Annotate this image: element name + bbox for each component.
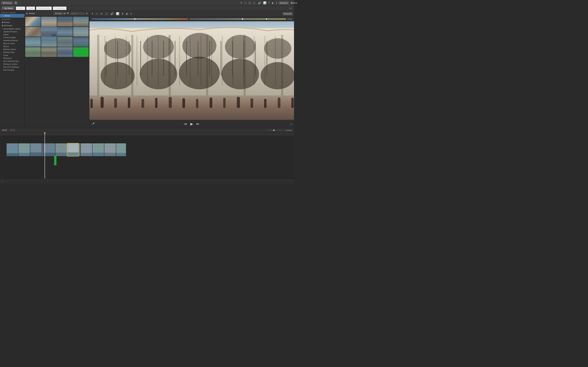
sat-slider[interactable] [189,19,286,19]
audio-icon[interactable]: 🔊 [258,1,261,5]
sidebar-item-dont-stop-me-now[interactable]: Don't Stop Me Now [0,60,25,63]
info-button[interactable]: ℹ [130,12,132,16]
effects-button[interactable]: ⬡ [95,12,99,16]
thumbnail-4[interactable] [73,17,89,26]
svg-rect-18 [89,96,294,120]
color-reset-button[interactable]: Reset [287,18,292,20]
timeline-clip-2[interactable] [18,143,30,156]
zoom-slider[interactable] [269,130,282,130]
timeline-clip-10[interactable] [116,143,126,156]
info-icon[interactable]: ℹ [276,1,277,5]
timeline-clip-6-selected[interactable] [67,143,79,156]
search-input[interactable] [70,12,85,15]
reset-all-button-right[interactable]: Reset All [283,12,293,15]
sidebar-item-fete-forraine[interactable]: Fête Forraine [0,68,25,71]
thumbnail-14[interactable] [41,47,57,57]
sidebar-item-all-events[interactable]: All Events [0,24,25,27]
grid-view-icon[interactable]: ⊞ [26,12,28,15]
sidebar-item-birthday-party[interactable]: Birthday Party [0,51,25,54]
sidebar-item-a-kind-of-magic[interactable]: A Kind of Magic [0,36,25,39]
zoom-plus[interactable]: + [283,129,284,131]
thumbnail-15[interactable] [57,47,73,57]
crop-button[interactable]: ⊡ [100,12,103,16]
mic-button[interactable]: 🎤 [91,122,95,125]
timeline-clip-4[interactable] [44,143,55,156]
sidebar-item-a-bear[interactable]: A Bear [0,33,25,36]
svg-rect-24 [141,99,144,108]
stabilize-button[interactable]: ⊕ [121,12,124,16]
thumbnail-1[interactable] [25,17,41,26]
sidebar-item-bicycle[interactable]: Bicycle [0,45,25,48]
thumbnail-2[interactable] [41,17,57,26]
thumbnail-8[interactable] [73,27,89,37]
timeline-transition-1[interactable]: ⋯ [42,143,43,156]
fullscreen-button[interactable]: ⤢ [290,123,292,125]
timeline-clip-1[interactable] [7,143,18,156]
thumbnail-13[interactable] [25,47,41,57]
camera-button[interactable]: 🎥 [104,12,109,16]
tab-backgrounds[interactable]: Backgrounds [36,6,52,10]
skip-forward-button[interactable]: ⏭ [196,122,199,126]
noise-button[interactable]: ◐ [125,12,129,16]
thumbnail-3[interactable] [57,17,73,26]
sidebar-item-photos[interactable]: Photos [0,21,25,24]
volume-button[interactable]: 🔊 [110,12,114,16]
clip-display-button[interactable]: ⊞ [14,1,17,4]
project-media-header: PROJECT MEDIA [0,11,25,14]
chart-icon[interactable]: 📊 [263,1,267,5]
skip-back-button[interactable]: ⏮ [184,122,187,126]
enhance-button[interactable]: ✦ [91,12,94,16]
clips-filter-select[interactable]: All Clips Favorites Rejected [54,12,66,15]
thumbnail-11[interactable] [57,37,73,47]
projects-button[interactable]: ◀ Projects [1,1,13,4]
browser-settings-icon[interactable]: ⚙ [86,12,88,15]
download-button[interactable]: ↓ [19,1,21,5]
timeline-content[interactable]: ⋯ ⋯ [0,133,294,179]
slider-group-sat [189,19,286,19]
sidebar-item-venice[interactable]: ▤ Venice [0,14,25,17]
camera-icon[interactable]: 🎥 [252,1,256,5]
thumbnail-5[interactable] [25,27,41,37]
timeline-clip-3[interactable] [30,143,42,156]
color-button[interactable]: 📊 [115,12,120,16]
thumbnail-10[interactable] [41,37,57,47]
tab-transitions[interactable]: Transitions [53,6,67,10]
thumbnail-9[interactable] [25,37,41,47]
help-icon[interactable]: ? [268,1,270,5]
timeline-clip-5[interactable] [55,143,67,156]
scissors-tool[interactable]: ✂ [289,7,292,10]
sidebar-item-back-to-camp[interactable]: Back to Camp [0,42,25,45]
effects-icon[interactable]: ⬡ [244,1,247,5]
sidebar-item-birthday-helium[interactable]: Birthday Helium [0,48,25,51]
timeline-clip-7[interactable] [81,143,92,156]
thumbnail-12[interactable] [73,37,89,47]
color-icon[interactable]: ◐ [271,1,275,5]
timeline-clip-8[interactable] [93,143,104,156]
tab-audio[interactable]: Audio [16,6,26,10]
sidebar-item-canal[interactable]: Canal [0,54,25,57]
sidebar-item-updated-projects[interactable]: Updated Projects [0,30,25,33]
reset-all-button[interactable]: Reset All [279,1,289,4]
sidebar-item-auckland-museum[interactable]: Auckland Museum [0,39,25,42]
sidebar-item-end-of-rainbow[interactable]: End of the Rainbow [0,66,25,68]
timeline-ruler [0,133,294,136]
zoom-minus[interactable]: — [267,129,268,131]
sidebar-home-movies[interactable]: ▼ Home Movies Library [0,27,25,30]
tab-titles[interactable]: Titles [26,6,35,10]
thumbnail-16[interactable] [73,47,89,57]
wb-slider[interactable] [91,19,188,19]
audio-waveform-clip[interactable] [54,156,56,165]
tab-my-media[interactable]: My Media [2,6,15,10]
timeline-clip-9[interactable] [104,143,116,156]
magic-wand-icon[interactable]: ✦ [240,1,243,5]
photos-dot [2,22,3,23]
svg-rect-46 [44,153,55,156]
play-button[interactable]: ▶ [190,122,193,126]
thumbnail-7[interactable] [57,27,73,37]
crop-icon[interactable]: ⊡ [248,1,251,5]
sidebar-item-driving-to-london[interactable]: Driving to London [0,63,25,66]
sidebar-item-dinosaurs[interactable]: Dinosaurs! [0,57,25,60]
timeline-settings-button[interactable]: Settings [285,129,292,131]
thumbnail-6[interactable]: 20.6s [41,27,57,37]
timeline-transition-2[interactable]: ⋯ [79,143,80,156]
